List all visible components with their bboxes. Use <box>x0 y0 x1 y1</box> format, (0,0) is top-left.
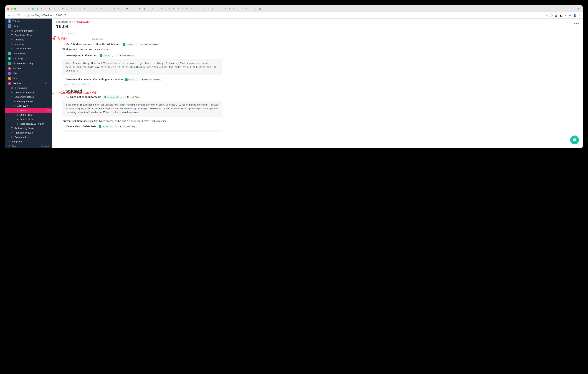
sidebar-item[interactable]: ☰Problems by State <box>5 126 52 131</box>
close-window[interactable] <box>7 8 9 10</box>
browser-tab[interactable]: L <box>237 7 240 10</box>
browser-tab[interactable]: ▦ <box>31 7 35 10</box>
sidebar-item[interactable]: ▣09.04 - 16.04 <box>5 113 52 117</box>
browser-tab[interactable]: E <box>104 7 107 10</box>
sidebar-item[interactable]: ▣04.02 - 08.04 <box>5 117 52 121</box>
sidebar-item[interactable]: ☰Candidates Flow <box>5 33 52 37</box>
sidebar-item[interactable]: ▣Getting Started <box>5 99 52 104</box>
browser-tab[interactable]: ⇅ <box>232 7 236 10</box>
plus-icon[interactable]: + <box>49 82 50 85</box>
browser-tab[interactable]: M <box>100 7 103 10</box>
browser-tab[interactable]: M <box>207 7 210 10</box>
browser-tab[interactable]: W <box>172 7 176 10</box>
more-menu[interactable]: ••• <box>574 21 579 25</box>
chip[interactable]: ↻Team Production <box>139 43 160 46</box>
browser-tab[interactable]: T <box>177 7 180 10</box>
minimize-window[interactable] <box>11 8 13 10</box>
browser-tab[interactable]: Y <box>74 7 77 10</box>
sidebar-item[interactable]: ▾April 2020 <box>5 104 52 108</box>
browser-tab[interactable]: ✦ <box>215 7 219 10</box>
sidebar-item[interactable]: ▣1:1 template <box>5 86 52 90</box>
browser-tab[interactable]: N <box>138 7 142 10</box>
entity-tag[interactable]: Lnottapl <box>99 54 110 57</box>
browser-tab[interactable]: ● <box>22 7 26 10</box>
settings-icon[interactable]: ⚙ <box>45 82 47 85</box>
browser-tab[interactable]: V <box>245 7 249 10</box>
browser-tab[interactable]: ↗ <box>91 7 94 10</box>
sidebar-item[interactable]: ✦SoftDev <box>5 66 52 71</box>
browser-tab[interactable]: W <box>117 7 120 10</box>
sidebar-item[interactable]: ☺Customer Discovery <box>5 61 52 66</box>
filter-icon[interactable]: ≡ <box>128 32 130 35</box>
browser-tab[interactable]: ▦ <box>258 7 262 10</box>
sidebar-item[interactable]: ⠿Interviews <box>5 42 52 46</box>
browser-tab[interactable]: T <box>155 7 159 10</box>
menu-icon[interactable]: ⋮ <box>578 14 581 17</box>
entity-tag[interactable]: Lsparktrajectory <box>103 96 122 99</box>
browser-tab[interactable]: C <box>164 7 167 10</box>
browser-tab[interactable]: C <box>95 7 99 10</box>
browser-tab[interactable]: H <box>52 7 56 10</box>
browser-tab[interactable]: ▶ <box>48 7 52 10</box>
address-bar[interactable]: 🔒 the.fibery.io/Feedback/16.04-3120 <box>27 14 543 17</box>
browser-tab[interactable]: C <box>87 7 90 10</box>
sidebar-item[interactable]: ▣Requests 26.03 - 02.04 <box>5 121 52 126</box>
browser-tab[interactable]: M <box>134 7 137 10</box>
sidebar-item[interactable]: ⊡Apps+ New App <box>5 144 52 148</box>
sidebar-item[interactable]: ⠿Positions <box>5 37 52 42</box>
sidebar-item[interactable]: ▣Demo call template <box>5 90 52 95</box>
browser-tab[interactable]: F <box>147 7 150 10</box>
insert-placeholder[interactable]: Type `/` to insert a block <box>63 83 222 86</box>
browser-tab[interactable]: S <box>254 7 257 10</box>
browser-tab[interactable]: 'N <box>61 7 64 10</box>
browser-tab[interactable]: ⇅ <box>224 7 227 10</box>
home-button[interactable]: ⌂ <box>22 14 25 17</box>
browser-tab[interactable]: ✦ <box>181 7 184 10</box>
sidebar-item[interactable]: ▦Crm <box>5 76 52 81</box>
browser-tab[interactable]: ✦ <box>241 7 244 10</box>
browser-tab[interactable]: ● <box>249 7 253 10</box>
browser-tab[interactable]: 22 <box>27 7 30 10</box>
entity-tag[interactable]: Lux-unicorn <box>98 125 113 128</box>
sidebar-item[interactable]: ⠿Problems by Epic <box>5 131 52 135</box>
browser-tab[interactable]: L <box>262 7 266 10</box>
browser-tab[interactable]: M <box>70 7 73 10</box>
browser-tab[interactable]: ▦ <box>142 7 146 10</box>
sidebar-item[interactable]: ◆Marketing <box>5 56 52 61</box>
browser-tab[interactable]: C <box>168 7 172 10</box>
browser-tab[interactable]: SG <box>65 7 69 10</box>
ext-icon-4[interactable]: ✎ <box>564 14 567 17</box>
browser-tab[interactable]: ◎ <box>211 7 214 10</box>
ext-icon-5[interactable]: ≡ <box>568 14 572 17</box>
browser-tab[interactable]: F <box>220 7 223 10</box>
chip[interactable]: ↻Team Sandbox <box>116 54 135 57</box>
browser-tab[interactable]: ▲ <box>198 7 202 10</box>
chat-fab[interactable] <box>570 135 579 144</box>
browser-tab[interactable]: • <box>57 7 60 10</box>
chip[interactable]: ◐Personal Sandbox <box>140 78 162 81</box>
back-button[interactable]: ← <box>7 14 10 17</box>
browser-tab[interactable]: ♥ <box>151 7 155 10</box>
sidebar-item[interactable]: WWiki <box>5 71 52 76</box>
sidebar-item[interactable]: ▣16.04••• <box>5 108 52 113</box>
sidebar-item[interactable]: ▾Customer success <box>5 95 52 99</box>
entity-tag[interactable]: Lagillic <box>124 78 135 81</box>
browser-tab[interactable]: V <box>194 7 197 10</box>
forward-button[interactable]: → <box>12 14 15 17</box>
browser-tab[interactable]: C <box>202 7 206 10</box>
browser-tab[interactable]: ▦ <box>35 7 39 10</box>
sidebar-item[interactable]: ⊞Templates <box>5 139 52 144</box>
browser-tab[interactable]: 2 <box>121 7 125 10</box>
sidebar-item[interactable]: 〰Candidates flow <box>5 46 52 51</box>
entity-tag[interactable]: Ltraitdna <box>122 43 134 46</box>
browser-tab[interactable]: E <box>228 7 231 10</box>
browser-tab[interactable]: ◆ <box>108 7 112 10</box>
browser-tab[interactable]: E <box>185 7 189 10</box>
ext-icon-3[interactable]: ◩ <box>559 14 562 17</box>
browser-tab[interactable]: ↗ <box>83 7 86 10</box>
avatar-icon[interactable]: 👤 <box>573 14 576 17</box>
browser-tab[interactable]: « <box>129 7 133 10</box>
sidebar-item[interactable]: ▣Our hiring process <box>5 29 52 33</box>
new-tab-button[interactable]: + <box>576 7 581 11</box>
ext-icon-1[interactable]: ◯ <box>550 14 553 17</box>
